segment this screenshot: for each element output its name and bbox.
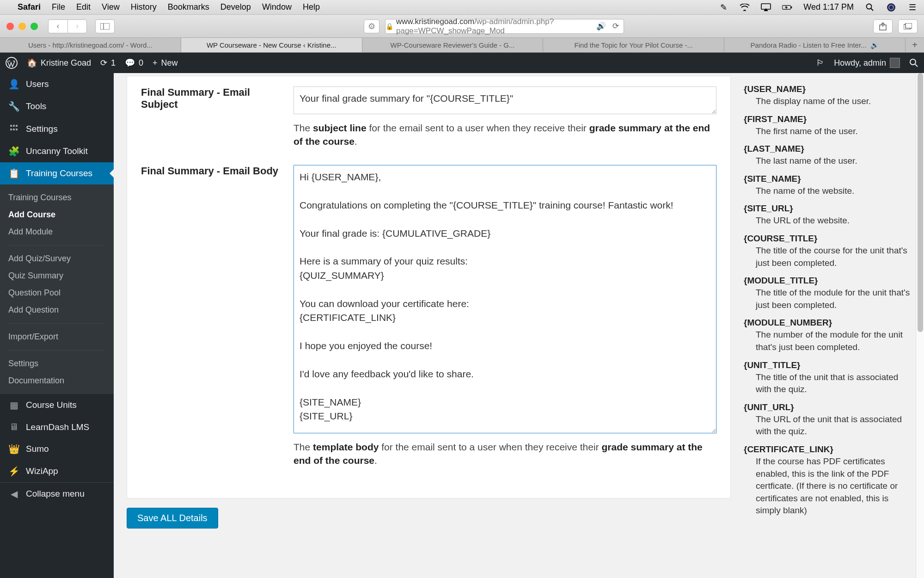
sidebar-button[interactable] [95,19,115,33]
spotlight-icon[interactable] [865,2,875,12]
close-window-button[interactable] [6,23,14,30]
svg-rect-21 [16,129,18,130]
subitem-documentation[interactable]: Documentation [0,372,114,389]
sidebar-item-learndash[interactable]: 🖥LearnDash LMS [0,416,114,438]
subitem-add-module[interactable]: Add Module [0,223,114,240]
home-icon: 🏠 [27,58,37,68]
sidebar-item-users[interactable]: 👤Users [0,73,114,95]
sidebar-item-tools[interactable]: 🔧Tools [0,95,114,117]
scrollbar[interactable] [916,73,924,578]
menu-develop[interactable]: Develop [220,2,251,12]
updates-link[interactable]: ⟳ 1 [100,58,116,68]
main-content: Final Summary - Email Subject The subjec… [114,73,739,578]
tabs-overview-button[interactable] [898,19,918,33]
browser-tab-0[interactable]: Users - http://kristinegoad.com/ - Word.… [0,38,181,52]
subitem-add-course[interactable]: Add Course [0,206,114,223]
menu-edit[interactable]: Edit [76,2,91,12]
collapse-menu[interactable]: ◀Collapse menu [0,482,114,505]
training-icon: 📋 [8,168,19,179]
reload-button[interactable]: ⟳ [612,21,619,31]
sidebar-item-uncanny[interactable]: 🧩Uncanny Toolkit [0,140,114,162]
lock-icon: 🔒 [386,23,393,30]
token-desc: The display name of the user. [756,95,915,108]
collapse-icon: ◀ [8,488,19,499]
token-name: {CERTIFICATE_LINK} [744,444,915,455]
save-button[interactable]: Save ALL Details [127,508,218,529]
account-link[interactable]: Howdy, admin [834,58,900,68]
uncanny-icon: 🧩 [8,146,19,157]
tab-audio-icon[interactable]: 🔊 [870,41,879,49]
new-content-link[interactable]: + New [153,58,178,68]
back-button[interactable]: ‹ [48,19,67,33]
wp-sidebar: 👤Users 🔧Tools Settings 🧩Uncanny Toolkit … [0,73,114,578]
mac-menubar: Safari File Edit View History Bookmarks … [0,0,924,15]
search-icon[interactable] [909,58,918,68]
wp-adminbar: 🏠 Kristine Goad ⟳ 1 💬 0 + New 🏳 Howdy, a… [0,53,924,73]
menu-view[interactable]: View [102,2,120,12]
evernote-icon[interactable]: ✎ [718,2,728,12]
subitem-question-pool[interactable]: Question Pool [0,284,114,301]
browser-tab-3[interactable]: Find the Topic for Your Pilot Course -..… [543,38,724,52]
subitem-import-export[interactable]: Import/Export [0,328,114,345]
token-name: {SITE_URL} [744,203,915,214]
sidebar-submenu: Training Courses Add Course Add Module A… [0,184,114,394]
airplay-icon[interactable] [761,2,771,12]
new-tab-button[interactable]: + [906,38,924,52]
svg-rect-2 [791,6,792,8]
browser-tab-1[interactable]: WP Courseware - New Course ‹ Kristine... [181,38,362,52]
extension-button[interactable]: ⚙ [364,19,379,33]
menu-bookmarks[interactable]: Bookmarks [168,2,209,12]
clock[interactable]: Wed 1:17 PM [803,2,854,12]
plus-icon: + [153,58,158,68]
safari-tabs: Users - http://kristinegoad.com/ - Word.… [0,38,924,53]
maximize-window-button[interactable] [31,23,38,30]
subitem-settings[interactable]: Settings [0,355,114,372]
app-name[interactable]: Safari [18,2,41,12]
svg-point-3 [867,4,872,9]
address-bar[interactable]: 🔒 www.kristinegoad.com/wp-admin/admin.ph… [385,19,624,34]
sidebar-item-training-courses[interactable]: 📋Training Courses [0,162,114,184]
sidebar-item-course-units[interactable]: ▦Course Units [0,394,114,416]
svg-point-14 [910,59,916,65]
subject-label: Final Summary - Email Subject [141,86,280,148]
notification-center-icon[interactable]: ☰ [907,2,918,12]
refresh-icon: ⟳ [100,58,107,68]
token-desc: The title of the course for the unit tha… [756,245,915,269]
token-desc: The title of the module for the unit tha… [756,287,915,311]
browser-tab-4[interactable]: Pandora Radio - Listen to Free Inter...🔊 [724,38,906,52]
subitem-training-courses[interactable]: Training Courses [0,189,114,206]
token-name: {UNIT_URL} [744,402,915,412]
wp-logo[interactable] [6,57,18,69]
menu-help[interactable]: Help [303,2,320,12]
forward-button[interactable]: › [67,19,87,33]
subitem-add-quiz[interactable]: Add Quiz/Survey [0,250,114,267]
notification-icon[interactable]: 🏳 [816,58,825,68]
comments-link[interactable]: 💬 0 [125,58,143,68]
share-button[interactable] [873,19,893,33]
menu-history[interactable]: History [131,2,157,12]
scrollbar-thumb[interactable] [918,73,923,332]
browser-tab-2[interactable]: WP-Courseware Reviewer's Guide - G... [362,38,544,52]
menu-file[interactable]: File [52,2,65,12]
wifi-icon[interactable] [740,2,750,12]
email-body-textarea[interactable] [294,165,716,433]
site-name-link[interactable]: 🏠 Kristine Goad [27,58,91,68]
learndash-icon: 🖥 [8,422,19,432]
audio-icon[interactable]: 🔊 [596,21,606,31]
minimize-window-button[interactable] [18,23,26,30]
token-desc: The title of the unit that is associated… [756,371,915,396]
token-desc: The URL of the website. [756,215,915,227]
battery-icon[interactable] [782,2,792,12]
wiziapp-icon: ⚡ [8,466,19,477]
users-icon: 👤 [8,79,19,90]
subitem-quiz-summary[interactable]: Quiz Summary [0,267,114,284]
sidebar-item-settings[interactable]: Settings [0,117,114,140]
token-reference: {USER_NAME}The display name of the user.… [739,73,924,578]
sidebar-item-wiziapp[interactable]: ⚡WiziApp [0,460,114,482]
siri-icon[interactable] [886,2,896,12]
sidebar-item-sumo[interactable]: 👑Sumo [0,438,114,460]
subitem-add-question[interactable]: Add Question [0,301,114,319]
course-units-icon: ▦ [8,400,19,411]
email-subject-input[interactable] [294,86,716,114]
menu-window[interactable]: Window [262,2,292,12]
